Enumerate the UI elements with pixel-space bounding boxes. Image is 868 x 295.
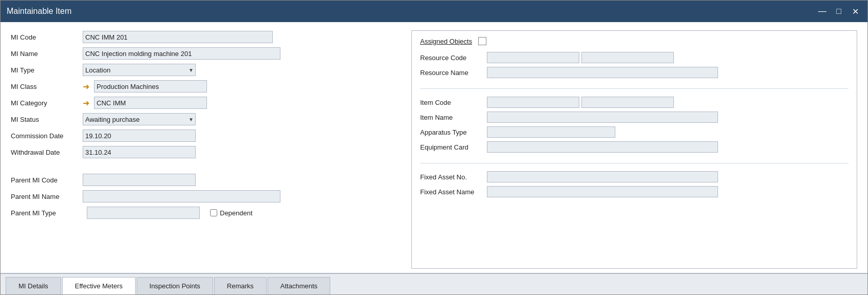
parent-mi-type-label: Parent MI Type: [11, 209, 83, 217]
mi-status-select[interactable]: Awaiting purchase Active Inactive Retire…: [83, 113, 196, 125]
equipment-card-label: Equipment Card: [420, 143, 487, 151]
mi-status-label: MI Status: [11, 116, 83, 123]
minimize-button[interactable]: —: [816, 5, 828, 17]
resource-code-label: Resource Code: [420, 54, 487, 62]
maximize-button[interactable]: □: [833, 5, 845, 17]
equipment-card-input[interactable]: [487, 141, 718, 153]
parent-mi-name-label: Parent MI Name: [11, 193, 83, 200]
tab-mi-details-label: MI Details: [18, 282, 48, 290]
assigned-objects-header: Assigned Objects: [420, 37, 848, 45]
withdrawal-date-input[interactable]: [83, 146, 196, 158]
item-name-label: Item Name: [420, 114, 487, 121]
parent-mi-code-row: Parent MI Code: [11, 173, 401, 187]
tab-effective-meters[interactable]: Effective Meters: [62, 277, 136, 294]
resource-code-row: Resource Code: [420, 51, 848, 64]
dependent-checkbox[interactable]: [210, 209, 217, 216]
right-panel: Assigned Objects Resource Code Resource …: [411, 30, 857, 269]
resource-name-row: Resource Name: [420, 66, 848, 79]
mi-class-label: MI Class: [11, 83, 83, 90]
item-name-input[interactable]: [487, 112, 718, 123]
resource-code-input2[interactable]: [581, 52, 674, 63]
fixed-asset-name-label: Fixed Asset Name: [420, 188, 487, 196]
window-title: Maintainable Item: [7, 7, 71, 16]
mi-type-select[interactable]: Location Equipment Fleet: [83, 64, 196, 76]
withdrawal-date-label: Withdrawal Date: [11, 149, 83, 156]
title-bar: Maintainable Item — □ ✕: [1, 1, 867, 22]
tab-inspection-points-label: Inspection Points: [149, 282, 200, 290]
apparatus-type-label: Apparatus Type: [420, 128, 487, 136]
tab-remarks[interactable]: Remarks: [214, 277, 267, 294]
resource-section: Resource Code Resource Name: [420, 51, 848, 89]
mi-category-arrow-icon[interactable]: ➜: [83, 98, 94, 108]
dependent-checkbox-label: Dependent: [210, 209, 253, 217]
tab-effective-meters-label: Effective Meters: [75, 282, 123, 290]
mi-type-select-wrapper: Location Equipment Fleet ▼: [83, 64, 196, 76]
assigned-objects-checkbox[interactable]: [478, 37, 486, 45]
resource-name-input[interactable]: [487, 67, 718, 78]
mi-category-input[interactable]: [94, 97, 207, 109]
parent-mi-type-input[interactable]: [87, 207, 200, 219]
mi-status-select-wrapper: Awaiting purchase Active Inactive Retire…: [83, 113, 196, 125]
commission-date-input[interactable]: [83, 130, 196, 142]
parent-mi-code-label: Parent MI Code: [11, 176, 83, 184]
mi-code-row: MI Code: [11, 30, 401, 44]
mi-type-row: MI Type Location Equipment Fleet ▼: [11, 63, 401, 77]
tab-remarks-label: Remarks: [227, 282, 254, 290]
item-code-input2[interactable]: [581, 97, 674, 108]
mi-type-label: MI Type: [11, 66, 83, 74]
item-section: Item Code Item Name Apparatus Type Equip…: [420, 96, 848, 163]
content-area: MI Code MI Name MI Type Location Equipme…: [1, 22, 867, 294]
commission-date-label: Commission Date: [11, 132, 83, 140]
mi-name-label: MI Name: [11, 50, 83, 58]
mi-name-row: MI Name: [11, 47, 401, 60]
apparatus-type-input[interactable]: [487, 126, 615, 138]
apparatus-type-row: Apparatus Type: [420, 126, 848, 138]
parent-mi-type-row: Parent MI Type Dependent: [11, 206, 401, 219]
resource-code-input1[interactable]: [487, 52, 579, 63]
fixed-asset-no-row: Fixed Asset No.: [420, 171, 848, 183]
fixed-asset-name-input[interactable]: [487, 186, 718, 197]
mi-code-input[interactable]: [83, 31, 273, 43]
fixed-asset-name-row: Fixed Asset Name: [420, 186, 848, 198]
parent-mi-code-input[interactable]: [83, 174, 196, 186]
withdrawal-date-row: Withdrawal Date: [11, 145, 401, 159]
assigned-objects-label[interactable]: Assigned Objects: [420, 38, 472, 45]
main-form: MI Code MI Name MI Type Location Equipme…: [1, 22, 867, 273]
mi-status-row: MI Status Awaiting purchase Active Inact…: [11, 113, 401, 126]
resource-name-label: Resource Name: [420, 69, 487, 77]
dependent-label-text: Dependent: [220, 209, 253, 217]
mi-class-input[interactable]: [94, 80, 207, 93]
equipment-card-row: Equipment Card: [420, 141, 848, 153]
left-panel: MI Code MI Name MI Type Location Equipme…: [11, 30, 401, 269]
tabs-bar: MI Details Effective Meters Inspection P…: [1, 273, 867, 294]
mi-class-row: MI Class ➜: [11, 80, 401, 93]
fixed-asset-no-label: Fixed Asset No.: [420, 173, 487, 181]
tab-attachments[interactable]: Attachments: [268, 277, 330, 294]
parent-mi-name-row: Parent MI Name: [11, 190, 401, 203]
item-code-row: Item Code: [420, 96, 848, 108]
main-window: Maintainable Item — □ ✕ MI Code MI Name …: [0, 0, 868, 295]
item-name-row: Item Name: [420, 111, 848, 123]
tab-inspection-points[interactable]: Inspection Points: [137, 277, 213, 294]
item-code-input1[interactable]: [487, 97, 579, 108]
mi-class-arrow-icon[interactable]: ➜: [83, 82, 94, 91]
mi-category-row: MI Category ➜: [11, 96, 401, 109]
mi-code-label: MI Code: [11, 33, 83, 41]
commission-date-row: Commission Date: [11, 129, 401, 142]
parent-mi-name-input[interactable]: [83, 190, 280, 202]
close-button[interactable]: ✕: [849, 5, 861, 17]
fixed-asset-no-input[interactable]: [487, 171, 718, 182]
mi-category-label: MI Category: [11, 99, 83, 107]
tab-attachments-label: Attachments: [280, 282, 317, 290]
fixed-asset-section: Fixed Asset No. Fixed Asset Name: [420, 171, 848, 208]
item-code-label: Item Code: [420, 99, 487, 106]
mi-name-input[interactable]: [83, 47, 280, 60]
window-controls: — □ ✕: [816, 5, 861, 17]
tab-mi-details[interactable]: MI Details: [6, 277, 61, 294]
